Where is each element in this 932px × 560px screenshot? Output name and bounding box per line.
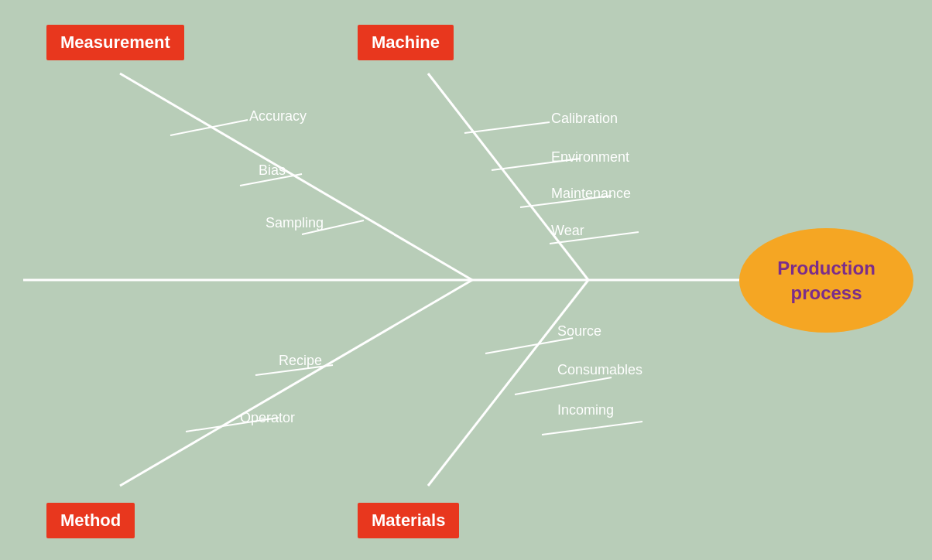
incoming-label: Incoming [557, 402, 614, 418]
method-label: Method [46, 503, 135, 538]
sampling-label: Sampling [266, 215, 324, 231]
recipe-label: Recipe [279, 353, 322, 369]
measurement-label: Measurement [46, 25, 184, 60]
operator-label: Operator [240, 410, 295, 426]
bias-label: Bias [259, 162, 286, 179]
svg-line-14 [485, 338, 573, 353]
wear-label: Wear [551, 223, 584, 239]
maintenance-label: Maintenance [551, 186, 631, 202]
svg-line-13 [428, 280, 588, 486]
calibration-label: Calibration [551, 111, 618, 127]
environment-label: Environment [551, 149, 629, 166]
svg-line-2 [170, 120, 248, 135]
materials-label: Materials [358, 503, 459, 538]
accuracy-label: Accuracy [249, 108, 307, 125]
machine-label: Machine [358, 25, 454, 60]
production-process-text: Production process [739, 256, 913, 304]
svg-line-5 [428, 73, 588, 280]
svg-line-16 [542, 422, 642, 435]
svg-line-1 [120, 73, 472, 280]
svg-line-10 [120, 280, 472, 486]
source-label: Source [557, 323, 601, 340]
production-process-ellipse: Production process [739, 228, 913, 333]
svg-line-6 [464, 122, 550, 133]
svg-line-15 [515, 377, 612, 394]
consumables-label: Consumables [557, 362, 642, 378]
